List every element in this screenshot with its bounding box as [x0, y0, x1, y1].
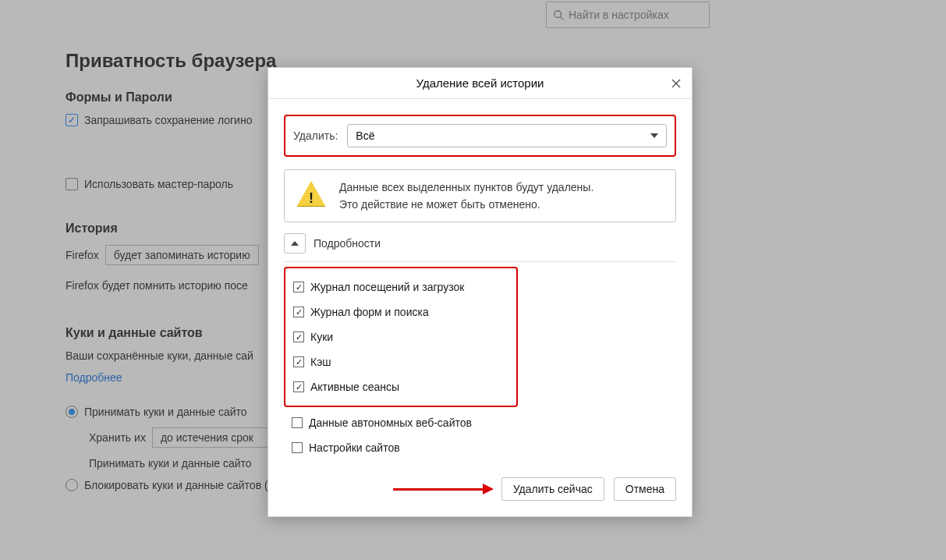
chevron-up-icon	[291, 241, 299, 246]
delete-now-button[interactable]: Удалить сейчас	[501, 477, 604, 501]
warning-box: ! Данные всех выделенных пунктов будут у…	[284, 169, 676, 222]
check-item-forms[interactable]: Журнал форм и поиска	[293, 299, 508, 324]
checkbox-icon	[293, 356, 304, 367]
check-item-cache[interactable]: Кэш	[293, 349, 508, 374]
warning-line1: Данные всех выделенных пунктов будут уда…	[339, 181, 593, 193]
time-range-highlight: Удалить: Всё	[284, 115, 676, 157]
dialog-footer: Удалить сейчас Отмена	[268, 473, 692, 516]
checkbox-icon	[292, 442, 303, 453]
cancel-button[interactable]: Отмена	[614, 477, 676, 501]
dialog-title: Удаление всей истории	[416, 76, 544, 90]
warning-text: Данные всех выделенных пунктов будут уда…	[339, 181, 593, 211]
check-label: Журнал форм и поиска	[310, 306, 429, 318]
check-item-site-settings[interactable]: Настройки сайтов	[292, 435, 668, 460]
annotation-arrow	[393, 484, 494, 494]
check-item-cookies[interactable]: Куки	[293, 324, 508, 349]
check-item-sessions[interactable]: Активные сеансы	[293, 374, 508, 399]
close-button[interactable]	[667, 74, 686, 93]
checkbox-icon	[293, 282, 304, 292]
checkbox-icon	[293, 331, 304, 342]
warning-icon: !	[297, 181, 325, 209]
checkbox-icon	[293, 307, 304, 317]
clear-history-dialog: Удаление всей истории Удалить: Всё ! Дан…	[268, 67, 693, 517]
dialog-body: Удалить: Всё ! Данные всех выделенных пу…	[268, 99, 692, 473]
details-toggle-row: Подробности	[284, 233, 676, 253]
checklist-rest: Данные автономных веб-сайтов Настройки с…	[284, 407, 676, 460]
check-label: Куки	[310, 331, 333, 343]
check-label: Журнал посещений и загрузок	[310, 281, 464, 293]
details-checklist: Журнал посещений и загрузок Журнал форм …	[284, 261, 676, 460]
time-range-label: Удалить:	[293, 129, 338, 142]
warning-line2: Это действие не может быть отменено.	[339, 198, 593, 211]
chevron-down-icon	[650, 133, 658, 138]
arrow-right-icon	[483, 484, 494, 494]
check-item-visits[interactable]: Журнал посещений и загрузок	[293, 275, 508, 299]
time-range-value: Всё	[356, 129, 374, 142]
details-expander[interactable]	[284, 233, 306, 253]
checkbox-icon	[292, 417, 303, 428]
time-range-select[interactable]: Всё	[347, 124, 667, 147]
check-label: Настройки сайтов	[309, 441, 400, 454]
checklist-highlight: Журнал посещений и загрузок Журнал форм …	[284, 267, 518, 407]
check-label: Кэш	[310, 356, 331, 368]
check-label: Данные автономных веб-сайтов	[309, 416, 472, 429]
details-label: Подробности	[314, 237, 381, 250]
close-icon	[671, 78, 682, 89]
dialog-header: Удаление всей истории	[268, 68, 692, 99]
check-item-offline[interactable]: Данные автономных веб-сайтов	[292, 410, 668, 435]
check-label: Активные сеансы	[310, 381, 399, 393]
checkbox-icon	[293, 381, 304, 392]
